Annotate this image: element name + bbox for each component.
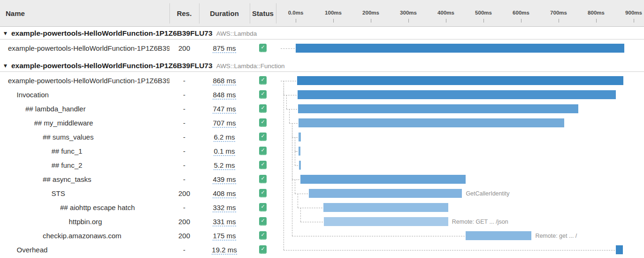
group-resource-type: AWS::Lambda xyxy=(213,30,257,37)
status-ok-checkbox[interactable]: ✓ xyxy=(259,90,267,99)
status-ok-checkbox[interactable]: ✓ xyxy=(259,133,267,141)
segment-name: ## sums_values xyxy=(43,130,169,144)
status-ok-checkbox[interactable]: ✓ xyxy=(259,76,267,85)
timeline-connector-vertical xyxy=(295,137,295,165)
timeline-bar[interactable] xyxy=(309,189,462,198)
timeline-bar[interactable] xyxy=(298,104,579,113)
duration-value[interactable]: 6.2 ms xyxy=(214,133,235,142)
column-separator xyxy=(199,3,199,23)
status-ok-checkbox[interactable]: ✓ xyxy=(259,217,267,226)
status-ok-checkbox[interactable]: ✓ xyxy=(259,231,267,240)
status-ok-checkbox[interactable]: ✓ xyxy=(259,118,267,127)
timeline-connector-vertical xyxy=(295,180,295,194)
timeline-bar[interactable] xyxy=(616,245,623,254)
collapse-triangle-icon[interactable]: ▼ xyxy=(4,63,7,68)
ruler-tick-label: 600ms xyxy=(506,10,536,16)
timeline-connector-vertical xyxy=(286,95,287,109)
timeline-bar[interactable] xyxy=(299,133,301,141)
status-cell: ✓ xyxy=(250,41,276,55)
timeline-connector-horizontal xyxy=(292,180,299,180)
status-ok-checkbox[interactable]: ✓ xyxy=(259,104,267,113)
timeline-connector-horizontal xyxy=(295,165,298,166)
duration-value[interactable]: 0.1 ms xyxy=(214,147,235,156)
trace-row[interactable]: ## func_1-0.1 ms✓ xyxy=(0,144,644,158)
status-ok-checkbox[interactable]: ✓ xyxy=(259,245,267,254)
check-icon: ✓ xyxy=(259,44,267,51)
duration-value[interactable]: 875 ms xyxy=(213,44,236,53)
check-icon: ✓ xyxy=(259,104,267,112)
ruler-tick-mark xyxy=(408,19,409,23)
status-cell: ✓ xyxy=(250,201,276,215)
duration-cell: 747 ms xyxy=(199,102,250,116)
check-icon: ✓ xyxy=(259,203,267,211)
timeline-connector-horizontal xyxy=(300,222,323,222)
trace-row[interactable]: ## func_2-5.2 ms✓ xyxy=(0,158,644,172)
duration-cell: 175 ms xyxy=(199,229,250,243)
ruler-tick-label: 400ms xyxy=(431,10,461,16)
timeline-connector-horizontal xyxy=(298,208,322,208)
duration-cell: 868 ms xyxy=(199,74,250,88)
check-icon: ✓ xyxy=(259,231,267,239)
ruler-tick-label: 900ms xyxy=(619,10,644,16)
response-code: - xyxy=(169,116,199,130)
timeline-bar[interactable] xyxy=(299,147,300,156)
timeline-bar[interactable] xyxy=(300,175,465,184)
duration-value[interactable]: 175 ms xyxy=(213,232,236,241)
status-ok-checkbox[interactable]: ✓ xyxy=(259,147,267,155)
status-ok-checkbox[interactable]: ✓ xyxy=(259,189,267,197)
segment-name: Invocation xyxy=(17,88,170,102)
duration-value[interactable]: 408 ms xyxy=(213,189,236,198)
trace-timeline-view: Name Res. Duration Status 0.0ms100ms200m… xyxy=(0,0,644,258)
column-separator xyxy=(250,3,250,23)
duration-cell: 19.2 ms xyxy=(199,243,250,257)
ruler-tick-mark xyxy=(596,19,597,23)
timeline-bar[interactable] xyxy=(299,118,564,127)
timeline-bar[interactable] xyxy=(296,44,624,53)
segment-name: httpbin.org xyxy=(69,215,170,229)
duration-value[interactable]: 868 ms xyxy=(213,77,236,86)
duration-value[interactable]: 5.2 ms xyxy=(214,161,235,170)
collapse-triangle-icon[interactable]: ▼ xyxy=(4,31,7,35)
timeline-bar[interactable] xyxy=(299,161,301,170)
duration-cell: 408 ms xyxy=(199,187,250,201)
timeline-connector-horizontal xyxy=(284,95,297,95)
duration-cell: 331 ms xyxy=(199,215,250,229)
response-code: - xyxy=(169,74,199,88)
duration-value[interactable]: 331 ms xyxy=(213,218,236,227)
response-code: 200 xyxy=(169,215,199,229)
column-header-duration: Duration xyxy=(199,0,250,27)
duration-value[interactable]: 707 ms xyxy=(213,119,236,128)
segment-name: example-powertools-HelloWorldFunction-1P… xyxy=(8,74,169,88)
timeline-bar[interactable] xyxy=(297,76,623,85)
ruler-tick-label: 200ms xyxy=(356,10,386,16)
timeline-bar[interactable] xyxy=(298,90,616,99)
timeline-bar[interactable] xyxy=(323,203,448,212)
timeline-bar[interactable] xyxy=(324,217,448,226)
status-ok-checkbox[interactable]: ✓ xyxy=(259,203,267,211)
check-icon: ✓ xyxy=(259,161,267,168)
duration-value[interactable]: 848 ms xyxy=(213,91,236,100)
status-ok-checkbox[interactable]: ✓ xyxy=(259,175,267,183)
timeline-connector-vertical xyxy=(292,123,292,236)
duration-cell: 875 ms xyxy=(199,41,250,55)
segment-name: Overhead xyxy=(17,243,170,257)
check-icon: ✓ xyxy=(259,76,267,84)
group-header-row: ▼example-powertools-HelloWorldFunction-1… xyxy=(0,27,644,39)
duration-value[interactable]: 19.2 ms xyxy=(212,246,237,255)
ruler-tick-label: 300ms xyxy=(393,10,423,16)
status-ok-checkbox[interactable]: ✓ xyxy=(259,161,267,169)
trace-row[interactable]: ## sums_values-6.2 ms✓ xyxy=(0,130,644,144)
response-code: - xyxy=(169,158,199,172)
segment-name: ## lambda_handler xyxy=(25,102,169,116)
duration-value[interactable]: 332 ms xyxy=(213,203,236,212)
duration-cell: 0.1 ms xyxy=(199,144,250,158)
status-cell: ✓ xyxy=(250,116,276,130)
check-icon: ✓ xyxy=(259,245,267,253)
ruler-tick-mark xyxy=(634,19,634,23)
status-ok-checkbox[interactable]: ✓ xyxy=(259,44,267,52)
segment-name: ## aiohttp escape hatch xyxy=(60,201,169,215)
duration-value[interactable]: 439 ms xyxy=(213,175,236,184)
timeline-bar[interactable] xyxy=(466,231,531,240)
segment-name: example-powertools-HelloWorldFunction-1P… xyxy=(8,41,169,55)
duration-value[interactable]: 747 ms xyxy=(213,105,236,114)
